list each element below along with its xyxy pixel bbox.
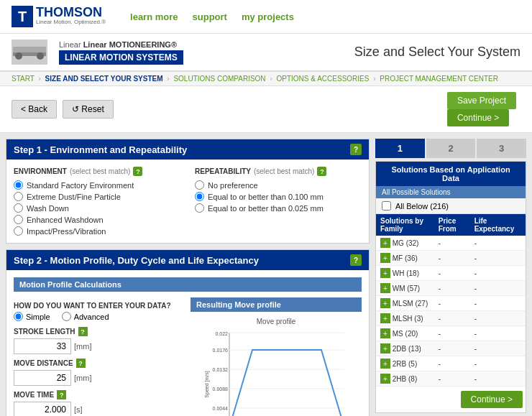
- move-time-input[interactable]: [14, 402, 71, 416]
- env-help-icon[interactable]: ?: [133, 167, 142, 176]
- life-cell: -: [470, 371, 526, 387]
- move-time-help-icon[interactable]: ?: [57, 390, 66, 399]
- step2-left: HOW DO YOU WANT TO ENTER YOUR DATA? Simp…: [14, 297, 185, 416]
- nav-my-projects[interactable]: my projects: [242, 11, 294, 22]
- how-label: HOW DO YOU WANT TO ENTER YOUR DATA?: [14, 302, 185, 310]
- table-row: + 2DB (13) - -: [376, 341, 526, 356]
- brand-name: THOMSON: [36, 6, 106, 19]
- breadcrumb-options[interactable]: OPTIONS & ACCESSORIES: [277, 75, 370, 83]
- mode-advanced-label[interactable]: Advanced: [62, 312, 109, 321]
- stroke-input[interactable]: [14, 338, 71, 354]
- step-3-indicator: 3: [477, 139, 526, 158]
- move-distance-input[interactable]: [14, 370, 71, 386]
- move-time-unit: [s]: [74, 405, 83, 414]
- svg-text:0.0088: 0.0088: [213, 387, 229, 392]
- life-cell: -: [470, 341, 526, 356]
- right-panel: 1 2 3 Solutions Based on Application Dat…: [375, 139, 526, 416]
- rep-option-3[interactable]: Equal to or better than 0.025 mm: [195, 203, 362, 213]
- price-cell: -: [434, 296, 470, 311]
- life-cell: -: [470, 236, 526, 251]
- logo-t-icon: T: [12, 6, 33, 27]
- family-cell: + MF (36): [376, 251, 434, 266]
- expand-button[interactable]: +: [380, 328, 390, 338]
- stroke-help-icon[interactable]: ?: [78, 327, 88, 336]
- table-row: + MF (36) - -: [376, 251, 526, 266]
- expand-button[interactable]: +: [380, 238, 390, 248]
- svg-rect-0: [13, 47, 46, 52]
- env-option-4[interactable]: Enhanced Washdown: [14, 215, 180, 224]
- save-project-button[interactable]: Save Project: [447, 92, 516, 109]
- col-price: Price From: [434, 214, 470, 236]
- table-row: + WM (57) - -: [376, 281, 526, 296]
- price-cell: -: [434, 281, 470, 296]
- left-panel: Step 1 - Environment and Repeatability ?…: [6, 139, 370, 416]
- col-life: Life Expectancy: [470, 214, 526, 236]
- solutions-body: + MG (32) - - + MF (36) - - + WH (18) - …: [376, 236, 526, 387]
- expand-button[interactable]: +: [380, 343, 390, 353]
- continue-button-right[interactable]: Continue >: [461, 391, 523, 408]
- env-option-5[interactable]: Impact/Press/Vibration: [14, 226, 180, 236]
- product-icon: [12, 40, 47, 65]
- environment-options: Standard Factory Environment Extreme Dus…: [14, 180, 180, 236]
- step2-section: Step 2 - Motion Profile, Duty Cycle and …: [6, 249, 370, 416]
- nav-learn-more[interactable]: learn more: [130, 11, 178, 22]
- price-cell: -: [434, 251, 470, 266]
- breadcrumb-current: SIZE AND SELECT YOUR SYSTEM: [45, 75, 163, 83]
- expand-button[interactable]: +: [380, 253, 390, 263]
- expand-button[interactable]: +: [380, 268, 390, 278]
- price-cell: -: [434, 236, 470, 251]
- repeatability-col: REPEATABILITY (select best match) ? No p…: [195, 167, 362, 236]
- expand-button[interactable]: +: [380, 283, 390, 293]
- price-cell: -: [434, 371, 470, 387]
- reset-button[interactable]: ↺ Reset: [63, 100, 114, 119]
- expand-button[interactable]: +: [380, 313, 390, 323]
- move-distance-input-row: [mm]: [14, 370, 185, 386]
- move-distance-help-icon[interactable]: ?: [76, 359, 86, 368]
- family-cell: + MS (20): [376, 326, 434, 341]
- rep-help-icon[interactable]: ?: [317, 167, 326, 176]
- rep-option-1[interactable]: No preference: [195, 180, 362, 190]
- breadcrumb-start[interactable]: START: [12, 75, 35, 83]
- price-cell: -: [434, 326, 470, 341]
- back-button[interactable]: < Back: [12, 100, 57, 119]
- rep-option-2[interactable]: Equal to or better than 0.100 mm: [195, 192, 362, 201]
- repeatability-options: No preference Equal to or better than 0.…: [195, 180, 362, 213]
- step1-help-icon[interactable]: ?: [350, 144, 362, 155]
- step1-header: Step 1 - Environment and Repeatability ?: [6, 139, 369, 160]
- expand-button[interactable]: +: [380, 298, 390, 308]
- step2-content: Motion Profile Calculations HOW DO YOU W…: [6, 270, 369, 416]
- stroke-label: STROKE LENGTH ?: [14, 327, 185, 336]
- continue-button-top[interactable]: Continue >: [447, 109, 509, 126]
- mode-simple-label[interactable]: Simple: [14, 312, 50, 321]
- breadcrumb-solutions[interactable]: SOLUTIONS COMPARISON: [173, 75, 265, 83]
- col-family: Solutions by Family: [376, 214, 434, 236]
- step2-header: Step 2 - Motion Profile, Duty Cycle and …: [6, 250, 369, 270]
- step-2-indicator: 2: [426, 139, 476, 158]
- table-row: + MLSH (3) - -: [376, 311, 526, 326]
- expand-button[interactable]: +: [380, 359, 390, 369]
- env-option-3[interactable]: Wash Down: [14, 203, 180, 213]
- brand-tagline: Linear Motion. Optimized.®: [36, 19, 106, 25]
- move-distance-unit: [mm]: [74, 374, 91, 382]
- step2-help-icon[interactable]: ?: [350, 254, 362, 266]
- resulting-profile-header: Resulting Move profile: [191, 297, 362, 312]
- price-cell: -: [434, 311, 470, 326]
- table-row: + MS (20) - -: [376, 326, 526, 341]
- table-row: + 2HB (8) - -: [376, 371, 526, 387]
- env-option-2[interactable]: Extreme Dust/Fine Particle: [14, 192, 180, 201]
- family-cell: + MLSH (3): [376, 311, 434, 326]
- family-cell: + MLSM (27): [376, 296, 434, 311]
- table-row: + 2RB (5) - -: [376, 356, 526, 371]
- breadcrumb-project[interactable]: PROJECT MANAGEMENT CENTER: [380, 75, 498, 83]
- family-cell: + MG (32): [376, 236, 434, 251]
- move-time-label: MOVE TIME ?: [14, 390, 185, 399]
- nav-support[interactable]: support: [193, 11, 227, 22]
- expand-button[interactable]: +: [380, 374, 390, 384]
- filter-checkbox[interactable]: [382, 201, 391, 211]
- svg-text:Speed [m/s]: Speed [m/s]: [204, 371, 210, 397]
- env-option-1[interactable]: Standard Factory Environment: [14, 180, 180, 190]
- price-cell: -: [434, 266, 470, 281]
- step-indicator: 1 2 3: [375, 139, 526, 158]
- svg-text:0.0176: 0.0176: [213, 348, 229, 353]
- step2-inner: HOW DO YOU WANT TO ENTER YOUR DATA? Simp…: [14, 297, 362, 416]
